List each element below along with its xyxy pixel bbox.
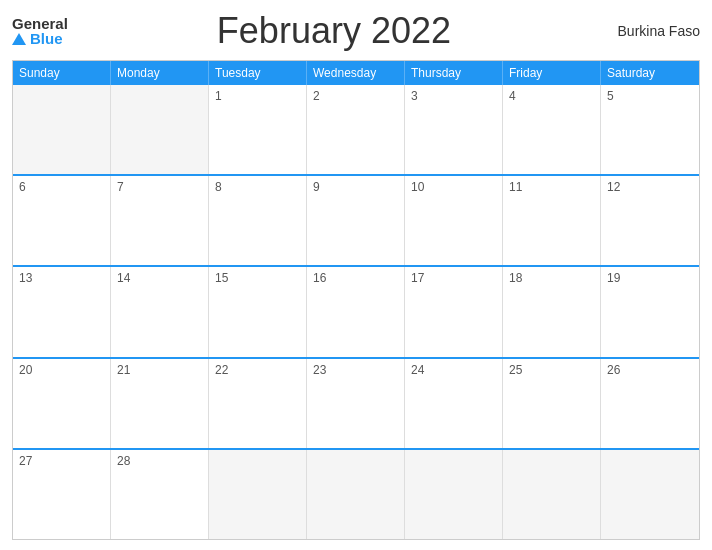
day-header-tuesday: Tuesday (209, 61, 307, 85)
day-cell (601, 450, 699, 539)
day-header-wednesday: Wednesday (307, 61, 405, 85)
day-cell (111, 85, 209, 174)
week-row-0: 12345 (13, 85, 699, 174)
week-row-2: 13141516171819 (13, 265, 699, 356)
day-cell: 15 (209, 267, 307, 356)
day-cell: 18 (503, 267, 601, 356)
day-cell (13, 85, 111, 174)
day-number: 9 (313, 180, 320, 194)
week-row-1: 6789101112 (13, 174, 699, 265)
day-number: 1 (215, 89, 222, 103)
calendar-grid: SundayMondayTuesdayWednesdayThursdayFrid… (12, 60, 700, 540)
country-name: Burkina Faso (600, 23, 700, 39)
day-number: 16 (313, 271, 326, 285)
logo: General Blue (12, 16, 68, 46)
day-number: 11 (509, 180, 522, 194)
day-number: 8 (215, 180, 222, 194)
header: General Blue February 2022 Burkina Faso (12, 10, 700, 52)
logo-triangle-icon (12, 33, 26, 45)
day-cell: 21 (111, 359, 209, 448)
day-number: 14 (117, 271, 130, 285)
day-number: 3 (411, 89, 418, 103)
day-cell: 4 (503, 85, 601, 174)
day-number: 23 (313, 363, 326, 377)
day-cell: 5 (601, 85, 699, 174)
day-headers: SundayMondayTuesdayWednesdayThursdayFrid… (13, 61, 699, 85)
day-number: 12 (607, 180, 620, 194)
day-number: 6 (19, 180, 26, 194)
day-cell (503, 450, 601, 539)
day-number: 18 (509, 271, 522, 285)
logo-general-text: General (12, 16, 68, 31)
day-number: 19 (607, 271, 620, 285)
day-cell: 9 (307, 176, 405, 265)
day-number: 4 (509, 89, 516, 103)
day-cell: 22 (209, 359, 307, 448)
day-number: 28 (117, 454, 130, 468)
day-cell: 2 (307, 85, 405, 174)
day-number: 15 (215, 271, 228, 285)
day-number: 21 (117, 363, 130, 377)
day-number: 2 (313, 89, 320, 103)
day-number: 5 (607, 89, 614, 103)
day-cell: 27 (13, 450, 111, 539)
weeks: 1234567891011121314151617181920212223242… (13, 85, 699, 539)
day-header-saturday: Saturday (601, 61, 699, 85)
day-number: 27 (19, 454, 32, 468)
day-header-thursday: Thursday (405, 61, 503, 85)
day-number: 13 (19, 271, 32, 285)
day-cell: 26 (601, 359, 699, 448)
calendar-page: General Blue February 2022 Burkina Faso … (0, 0, 712, 550)
day-cell: 8 (209, 176, 307, 265)
day-cell: 3 (405, 85, 503, 174)
day-cell: 12 (601, 176, 699, 265)
day-cell: 6 (13, 176, 111, 265)
day-cell: 1 (209, 85, 307, 174)
day-cell (209, 450, 307, 539)
calendar-title: February 2022 (68, 10, 600, 52)
day-header-friday: Friday (503, 61, 601, 85)
day-cell: 20 (13, 359, 111, 448)
day-cell: 25 (503, 359, 601, 448)
logo-blue-text: Blue (30, 31, 63, 46)
day-number: 10 (411, 180, 424, 194)
day-cell: 17 (405, 267, 503, 356)
week-row-3: 20212223242526 (13, 357, 699, 448)
day-cell: 23 (307, 359, 405, 448)
day-number: 17 (411, 271, 424, 285)
day-cell: 13 (13, 267, 111, 356)
day-cell: 24 (405, 359, 503, 448)
day-number: 25 (509, 363, 522, 377)
day-number: 22 (215, 363, 228, 377)
day-number: 7 (117, 180, 124, 194)
logo-blue-row: Blue (12, 31, 68, 46)
day-header-sunday: Sunday (13, 61, 111, 85)
day-cell: 14 (111, 267, 209, 356)
day-cell (405, 450, 503, 539)
day-cell: 7 (111, 176, 209, 265)
day-number: 26 (607, 363, 620, 377)
day-cell: 11 (503, 176, 601, 265)
day-cell: 19 (601, 267, 699, 356)
day-cell: 16 (307, 267, 405, 356)
day-header-monday: Monday (111, 61, 209, 85)
day-cell: 28 (111, 450, 209, 539)
day-cell: 10 (405, 176, 503, 265)
week-row-4: 2728 (13, 448, 699, 539)
day-cell (307, 450, 405, 539)
day-number: 20 (19, 363, 32, 377)
day-number: 24 (411, 363, 424, 377)
